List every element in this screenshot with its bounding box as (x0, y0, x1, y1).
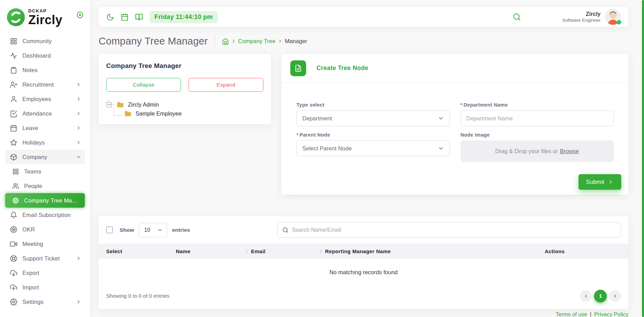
sidebar-item-label: Export (22, 270, 39, 276)
sidebar-item-settings[interactable]: Settings (5, 295, 85, 309)
breadcrumb-divider (215, 36, 215, 47)
user-block[interactable]: Zircly Software Engineer (562, 11, 601, 23)
form-grid: Type select Department *Department Name … (281, 83, 628, 168)
calendar-icon[interactable] (121, 13, 129, 21)
form-card-title: Create Tree Node (316, 65, 368, 72)
chevron-down-icon (438, 115, 444, 121)
employees-table-card: Show 10 entries Select Name Email Report… (99, 216, 628, 309)
book-open-icon[interactable] (135, 13, 143, 21)
page-scrollbar[interactable] (642, 0, 644, 317)
page-size-value: 10 (144, 227, 150, 233)
sort-icon[interactable] (319, 248, 323, 254)
sidebar-item-label: OKR (22, 226, 35, 233)
breadcrumb-link-company-tree[interactable]: Company Tree (238, 38, 275, 44)
parent-node-select[interactable]: Select Parent Node (296, 140, 450, 156)
sidebar-item-export[interactable]: Export (5, 266, 85, 280)
user-role: Software Engineer (562, 18, 601, 23)
expand-button[interactable]: Expand (189, 78, 263, 92)
tree-node-label: Sample Employee (135, 110, 182, 117)
legal-separator: | (590, 311, 591, 317)
sort-icon[interactable] (244, 248, 249, 254)
bell-icon (10, 211, 17, 219)
tree-collapse-toggle-icon[interactable] (106, 102, 111, 107)
sidebar-item-teams[interactable]: Teams (5, 164, 85, 179)
search-input[interactable] (292, 227, 616, 233)
current-page-button[interactable]: 1 (594, 290, 607, 303)
brand-block: DCKAP Zircly (28, 9, 76, 26)
tree-buttons: Collapse Expand (106, 78, 263, 92)
department-name-input[interactable] (461, 110, 614, 126)
page-size-select[interactable]: 10 (139, 223, 167, 237)
tree-node-root[interactable]: Zircly Admin (106, 100, 263, 109)
collapse-button[interactable]: Collapse (106, 78, 181, 92)
topbar: Friday 11:44:10 pm Zircly Software Engin… (99, 7, 628, 27)
sidebar-item-support-ticket[interactable]: Support Ticket (5, 251, 85, 266)
type-select-field: Type select Department (296, 102, 450, 126)
sidebar-menu: Community Dashboard Notes Recruitment Em… (0, 32, 90, 309)
sidebar-item-leave[interactable]: Leave (5, 121, 85, 135)
sidebar-item-holidays[interactable]: Holidays (5, 135, 85, 150)
sidebar-item-attendance[interactable]: Attendance (5, 106, 85, 121)
chevron-down-icon (157, 227, 163, 233)
sidebar-item-company[interactable]: Company (5, 150, 85, 164)
tree-card-title: Company Tree Manager (106, 62, 263, 70)
sidebar-collapse-toggle-icon[interactable] (76, 11, 84, 19)
star-icon (10, 139, 17, 146)
main-content: Friday 11:44:10 pm Zircly Software Engin… (90, 0, 644, 317)
chevron-right-icon (76, 82, 81, 87)
terms-of-use-link[interactable]: Terms of use (556, 311, 587, 317)
select-all-checkbox[interactable] (106, 227, 113, 233)
folder-icon (124, 110, 132, 117)
tree-node-child[interactable]: Sample Employee (114, 109, 263, 118)
zircly-logo-mark (7, 8, 25, 26)
sidebar-item-email-subscription[interactable]: Email Subscription (5, 208, 85, 222)
calendar-icon (10, 125, 17, 132)
users-icon (12, 183, 19, 189)
sidebar-item-label: Support Ticket (22, 255, 60, 262)
sidebar-header: DCKAP Zircly (0, 0, 90, 32)
sidebar-item-meeting[interactable]: Meeting (5, 237, 85, 251)
grid-icon (12, 168, 19, 175)
sidebar-item-label: Attendance (22, 110, 52, 117)
folder-icon (117, 101, 124, 108)
submit-button[interactable]: Submit (578, 174, 621, 190)
type-select[interactable]: Department (296, 110, 450, 126)
topbar-right: Zircly Software Engineer (513, 9, 621, 25)
chevron-right-icon (613, 294, 618, 299)
user-plus-icon (10, 81, 17, 88)
tree-node-label: Zircly Admin (128, 101, 159, 108)
home-icon[interactable] (222, 38, 229, 45)
tree-connector (111, 105, 114, 105)
sidebar-item-okr[interactable]: OKR (5, 222, 85, 237)
sidebar-item-notes[interactable]: Notes (5, 63, 85, 77)
chevron-right-icon (76, 299, 81, 305)
browse-link[interactable]: Browse (560, 148, 579, 155)
sidebar-item-company-tree-manager[interactable]: Company Tree Ma... (5, 193, 85, 208)
entries-label: entries (172, 227, 190, 233)
sidebar-item-label: Email Subscription (22, 212, 71, 218)
zircly-logo (7, 8, 25, 26)
submit-label: Submit (586, 179, 604, 185)
column-header-select: Select (99, 248, 176, 254)
previous-page-button[interactable] (580, 290, 592, 302)
next-page-button[interactable] (609, 290, 621, 302)
codesandbox-icon (12, 197, 19, 204)
chevron-right-icon (608, 179, 614, 185)
sidebar-item-dashboard[interactable]: Dashboard (5, 48, 85, 63)
column-header-email[interactable]: Email (251, 248, 325, 254)
sidebar-item-import[interactable]: Import (5, 280, 85, 295)
column-header-name[interactable]: Name (176, 248, 251, 254)
column-header-reporting-manager: Reporting Manager Name (325, 248, 545, 254)
sidebar-item-community[interactable]: Community (5, 34, 85, 48)
required-marker: * (296, 132, 299, 138)
search-icon[interactable] (513, 13, 521, 21)
sidebar-item-recruitment[interactable]: Recruitment (5, 77, 85, 92)
sidebar-item-employees[interactable]: Employees (5, 92, 85, 106)
file-dropzone[interactable]: Drag & Drop your files or Browse (461, 140, 614, 162)
dark-mode-moon-icon[interactable] (106, 13, 114, 21)
privacy-policy-link[interactable]: Privacy Policy (594, 311, 628, 317)
sidebar-item-people[interactable]: People (5, 179, 85, 193)
user-avatar[interactable] (605, 9, 621, 25)
node-image-field: Node Image Drag & Drop your files or Bro… (461, 132, 614, 162)
disc-icon (10, 226, 17, 233)
